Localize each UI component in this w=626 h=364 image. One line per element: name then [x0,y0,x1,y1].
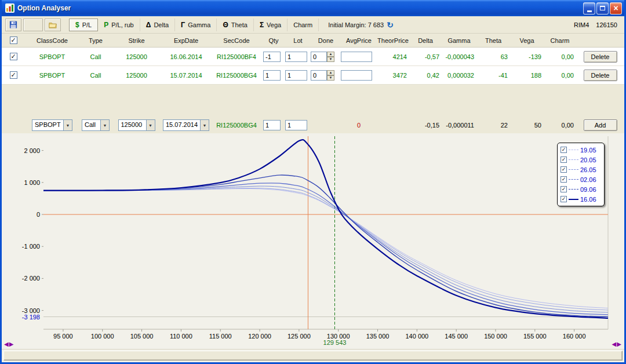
vega-value: -139 [529,53,544,60]
type-value: Call [90,53,101,60]
open-folder-button[interactable] [45,19,61,31]
x-tick-label: 120 000 [248,333,271,340]
pan-right-buttons[interactable]: ◀▶ [612,341,622,347]
lot-input[interactable] [285,70,307,81]
strike-selected: 125000 [119,120,146,130]
legend-checkbox[interactable]: ✓ [561,147,567,153]
minimize-button[interactable] [583,2,595,14]
tab-pl[interactable]: $ P/L [69,19,98,31]
legend-checkbox[interactable]: ✓ [561,156,567,163]
delta-icon: Δ [146,21,151,29]
spin-up-button[interactable]: ▲ [327,52,334,57]
y-tick-label: -2 000 [22,275,40,282]
blank-button[interactable] [23,19,43,31]
tab-charm[interactable]: Charm [287,19,319,31]
col-type: Type [89,37,103,44]
legend-item-26.05[interactable]: ✓26.05 [558,165,604,174]
tab-label: P/L [82,21,92,28]
row-checkbox[interactable]: ✓ [10,53,17,60]
tab-pl-rub[interactable]: P P/L, rub [98,19,140,31]
legend-label: 02.06 [580,176,596,183]
vega-preview: 50 [534,122,544,129]
add-position-row: SPBOPT ▼ Call ▼ 125000 ▼ 15.07.2014 ▼ RI… [2,117,624,133]
legend-label: 16.06 [580,196,596,203]
avgprice-input[interactable] [341,52,372,62]
chevron-down-icon: ▼ [200,120,209,130]
app-icon [5,3,14,13]
strike-value: 125000 [126,53,147,60]
tab-theta[interactable]: Θ Theta [217,19,253,31]
seccode-value: RI125000BF4 [217,53,256,60]
close-button[interactable]: × [610,2,622,14]
chevron-down-icon: ▼ [100,120,109,130]
legend-label: 09.06 [580,186,596,193]
refresh-icon[interactable]: ↻ [387,21,394,29]
restore-button[interactable] [596,2,609,14]
classcode-select[interactable]: SPBOPT ▼ [32,119,72,131]
gamma-preview: -0,000011 [446,122,476,129]
spin-down-button[interactable]: ▼ [327,75,334,81]
legend-item-20.05[interactable]: ✓20.05 [558,155,604,165]
instrument-ticker: RIM4 126150 [574,21,621,28]
option-analyser-window: Option Analyser × $ P/L [0,0,626,364]
classcode-value: SPBOPT [39,72,65,79]
strike-select[interactable]: 125000 ▼ [118,119,155,131]
window-title: Option Analyser [17,4,582,12]
delta-preview: -0,15 [425,122,442,129]
instrument-code: RIM4 [574,21,589,28]
delete-button[interactable]: Delete [584,51,617,63]
spin-down-button[interactable]: ▼ [327,57,334,62]
x-tick-label: 115 000 [209,333,232,340]
chevron-down-icon: ▼ [146,120,155,130]
theorprice-value: 4214 [393,53,409,60]
qty-input[interactable] [263,70,281,81]
spin-up-button[interactable]: ▲ [327,70,334,75]
add-button[interactable]: Add [584,119,617,131]
series-09.06 [43,175,608,316]
legend-checkbox[interactable]: ✓ [561,196,567,202]
horizontal-scrollbar[interactable] [2,349,624,362]
x-tick-label: 95 000 [53,333,73,340]
lot-input[interactable] [285,52,307,62]
legend-line-sample [569,169,578,170]
save-button[interactable] [5,19,21,31]
done-input[interactable] [311,52,327,62]
legend-item-09.06[interactable]: ✓09.06 [558,184,604,194]
select-all-checkbox[interactable]: ✓ [10,37,17,44]
avgprice-input[interactable] [341,70,372,81]
sigma-icon: Σ [260,21,264,29]
tab-delta[interactable]: Δ Delta [140,19,175,31]
pan-right-icon[interactable]: ▶ [9,341,14,347]
legend-item-19.05[interactable]: ✓19.05 [558,145,604,155]
expdate-value: 15.07.2014 [170,72,202,79]
done-input[interactable] [311,70,327,81]
qty-input[interactable] [263,120,281,130]
expdate-select[interactable]: 15.07.2014 ▼ [163,119,209,131]
pan-left-buttons[interactable]: ◀▶ [4,341,14,347]
pan-left-icon[interactable]: ◀ [4,341,9,347]
legend-label: 26.05 [580,166,596,173]
qty-input[interactable] [263,52,281,62]
tab-gamma[interactable]: Γ Gamma [175,19,217,31]
x-tick-label: 150 000 [484,333,507,340]
classcode-value: SPBOPT [39,53,65,60]
restore-icon [600,6,605,10]
series-26.05 [43,186,608,312]
legend-item-16.06[interactable]: ✓16.06 [558,194,604,204]
type-select[interactable]: Call ▼ [82,119,110,131]
scrollbar-thumb[interactable] [3,351,623,361]
legend-checkbox[interactable]: ✓ [561,186,567,192]
tab-vega[interactable]: Σ Vega [254,19,287,31]
theta-value: 63 [501,53,510,60]
delete-button[interactable]: Delete [584,70,617,81]
lot-input[interactable] [285,120,307,130]
pan-left-icon[interactable]: ◀ [612,341,617,347]
pan-right-icon[interactable]: ▶ [617,341,622,347]
row-checkbox[interactable]: ✓ [10,71,17,79]
legend-item-02.06[interactable]: ✓02.06 [558,174,604,184]
legend-checkbox[interactable]: ✓ [561,176,567,183]
col-seccode: SecCode [223,37,249,44]
view-tabs: $ P/L P P/L, rub Δ Delta Γ Gamma Θ Theta… [69,18,319,32]
initial-margin: Initial Margin: 7 683 ↻ [328,21,394,29]
legend-checkbox[interactable]: ✓ [561,166,567,173]
